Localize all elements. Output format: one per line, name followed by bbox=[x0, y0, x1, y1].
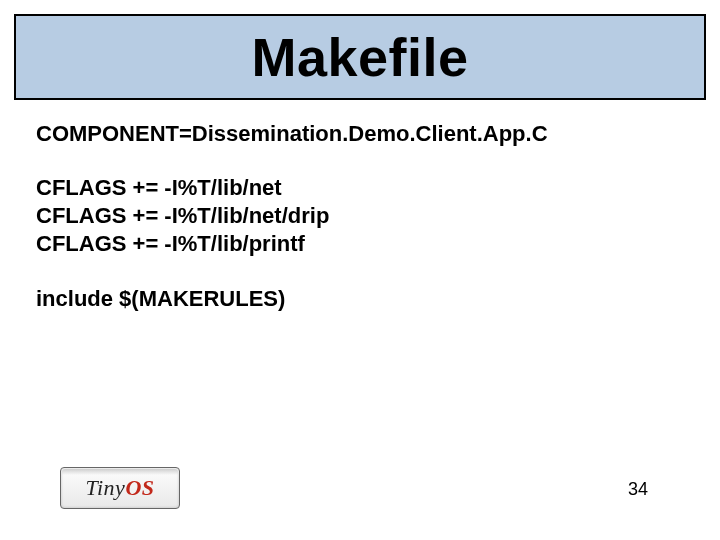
code-line: CFLAGS += -I%T/lib/net bbox=[36, 174, 684, 202]
logo-frame: TinyOS bbox=[60, 467, 180, 509]
slide-title: Makefile bbox=[251, 26, 468, 88]
code-block-component: COMPONENT=Dissemination.Demo.Client.App.… bbox=[36, 120, 684, 148]
title-bar: Makefile bbox=[14, 14, 706, 100]
logo-text: TinyOS bbox=[85, 475, 154, 501]
logo-prefix: Tiny bbox=[85, 475, 125, 500]
code-block-cflags: CFLAGS += -I%T/lib/net CFLAGS += -I%T/li… bbox=[36, 174, 684, 258]
slide: Makefile COMPONENT=Dissemination.Demo.Cl… bbox=[0, 0, 720, 540]
logo-suffix: OS bbox=[125, 475, 154, 500]
page-number: 34 bbox=[628, 479, 648, 500]
code-line: CFLAGS += -I%T/lib/net/drip bbox=[36, 202, 684, 230]
slide-body: COMPONENT=Dissemination.Demo.Client.App.… bbox=[36, 120, 684, 339]
logo-highlight bbox=[62, 469, 178, 475]
tinyos-logo: TinyOS bbox=[60, 466, 180, 510]
code-line: include $(MAKERULES) bbox=[36, 285, 684, 313]
code-line: COMPONENT=Dissemination.Demo.Client.App.… bbox=[36, 120, 684, 148]
code-line: CFLAGS += -I%T/lib/printf bbox=[36, 230, 684, 258]
code-block-include: include $(MAKERULES) bbox=[36, 285, 684, 313]
